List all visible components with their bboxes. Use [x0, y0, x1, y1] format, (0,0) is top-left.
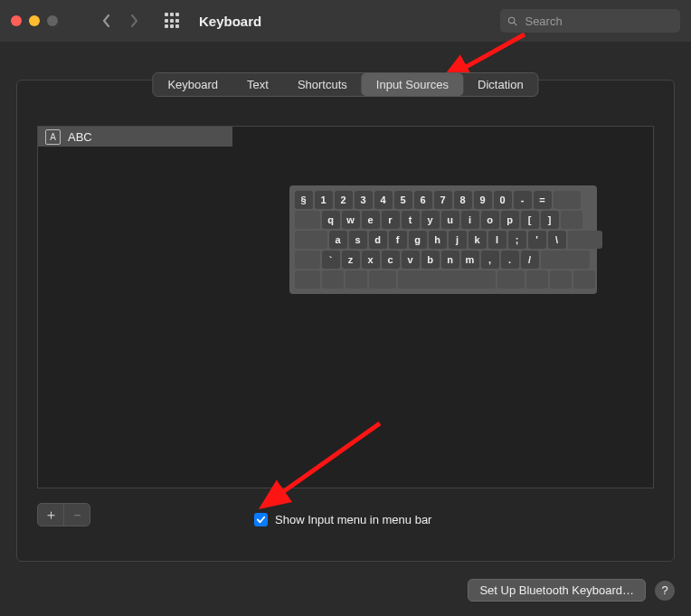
chevron-left-icon [102, 14, 111, 27]
add-remove-source-controls: ＋ － [37, 503, 90, 526]
key-modifier [295, 231, 327, 249]
zoom-window-button[interactable] [47, 15, 58, 26]
tab-dictation[interactable]: Dictation [463, 73, 538, 96]
remove-source-button[interactable]: － [63, 504, 90, 526]
key: g [409, 231, 427, 249]
key: 1 [315, 191, 333, 209]
key: t [402, 211, 420, 229]
tab-input-sources[interactable]: Input Sources [362, 73, 463, 96]
key-modifier [541, 251, 590, 269]
key: f [389, 231, 407, 249]
key: 7 [434, 191, 452, 209]
keyboard-preview-area: §1234567890-=qwertyuiop[]asdfghjkl;'\`zx… [232, 126, 654, 488]
key: = [534, 191, 552, 209]
key: , [481, 251, 499, 269]
key: r [382, 211, 400, 229]
show-input-menu-label: Show Input menu in menu bar [275, 513, 431, 526]
key: 6 [414, 191, 432, 209]
key-modifier [398, 270, 496, 289]
titlebar: Keyboard [0, 0, 691, 42]
key: 5 [394, 191, 412, 209]
key: a [329, 231, 347, 249]
key: ' [528, 231, 546, 249]
show-input-menu-row: Show Input menu in menu bar [254, 513, 431, 526]
key-modifier [568, 231, 602, 249]
key: 9 [474, 191, 492, 209]
key: l [488, 231, 506, 249]
add-source-button[interactable]: ＋ [38, 504, 63, 526]
show-all-prefs-button[interactable] [165, 13, 181, 29]
close-window-button[interactable] [11, 15, 22, 26]
key: w [342, 211, 360, 229]
key: q [322, 211, 340, 229]
input-source-name: ABC [68, 130, 92, 144]
system-preferences-window: Keyboard KeyboardTextShortcutsInput Sour… [0, 0, 691, 616]
back-button[interactable] [96, 10, 118, 32]
key: 3 [355, 191, 373, 209]
key: n [441, 251, 459, 269]
tab-shortcuts[interactable]: Shortcuts [283, 73, 362, 96]
tab-strip: KeyboardTextShortcutsInput SourcesDictat… [152, 72, 538, 97]
key: d [369, 231, 387, 249]
panel-inner: AABC §1234567890-=qwertyuiop[]asdfghjkl;… [37, 126, 654, 543]
key: x [362, 251, 380, 269]
input-source-icon: A [45, 129, 61, 145]
input-source-item[interactable]: AABC [38, 127, 233, 147]
key: b [421, 251, 440, 269]
input-sources-list[interactable]: AABC [37, 126, 234, 488]
search-input[interactable] [523, 14, 673, 29]
key: s [349, 231, 367, 249]
show-input-menu-checkbox[interactable] [254, 513, 268, 526]
checkmark-icon [256, 515, 266, 525]
key: u [441, 211, 459, 229]
search-icon [507, 15, 517, 27]
key-modifier [346, 270, 367, 289]
setup-bluetooth-keyboard-button[interactable]: Set Up Bluetooth Keyboard… [468, 579, 646, 602]
tab-text[interactable]: Text [232, 73, 283, 96]
key: k [469, 231, 487, 249]
chevron-right-icon [129, 14, 138, 27]
key: ` [322, 251, 340, 269]
key-modifier [295, 251, 320, 269]
key-modifier [550, 270, 572, 289]
pane-title: Keyboard [199, 14, 261, 29]
key: 2 [335, 191, 353, 209]
key: c [382, 251, 400, 269]
key: j [449, 231, 467, 249]
help-button[interactable]: ? [655, 581, 675, 601]
footer: Set Up Bluetooth Keyboard… ? [468, 579, 675, 602]
key: m [461, 251, 479, 269]
key: h [429, 231, 447, 249]
key: / [521, 251, 539, 269]
key-modifier [561, 211, 582, 229]
key: z [342, 251, 360, 269]
key: o [481, 211, 499, 229]
prefs-panel: AABC §1234567890-=qwertyuiop[]asdfghjkl;… [16, 80, 675, 562]
key-modifier [526, 270, 548, 289]
key: 4 [374, 191, 393, 209]
key-modifier [295, 270, 320, 289]
key-modifier [497, 270, 525, 289]
key: 0 [494, 191, 512, 209]
key: ] [541, 211, 559, 229]
key-modifier [573, 270, 595, 289]
window-controls [11, 15, 58, 26]
key: e [362, 211, 380, 229]
key: ; [508, 231, 526, 249]
history-nav [96, 10, 145, 32]
key-modifier [554, 191, 581, 209]
key: p [501, 211, 519, 229]
key-modifier [322, 270, 344, 289]
key: 8 [454, 191, 472, 209]
minimize-window-button[interactable] [29, 15, 40, 26]
tab-keyboard[interactable]: Keyboard [153, 73, 232, 96]
keyboard-layout-preview: §1234567890-=qwertyuiop[]asdfghjkl;'\`zx… [289, 185, 597, 294]
search-field[interactable] [500, 9, 680, 33]
key: . [501, 251, 519, 269]
key: i [461, 211, 479, 229]
key: § [295, 191, 313, 209]
svg-line-1 [514, 22, 516, 24]
key: v [402, 251, 420, 269]
forward-button[interactable] [123, 10, 145, 32]
key: \ [548, 231, 566, 249]
